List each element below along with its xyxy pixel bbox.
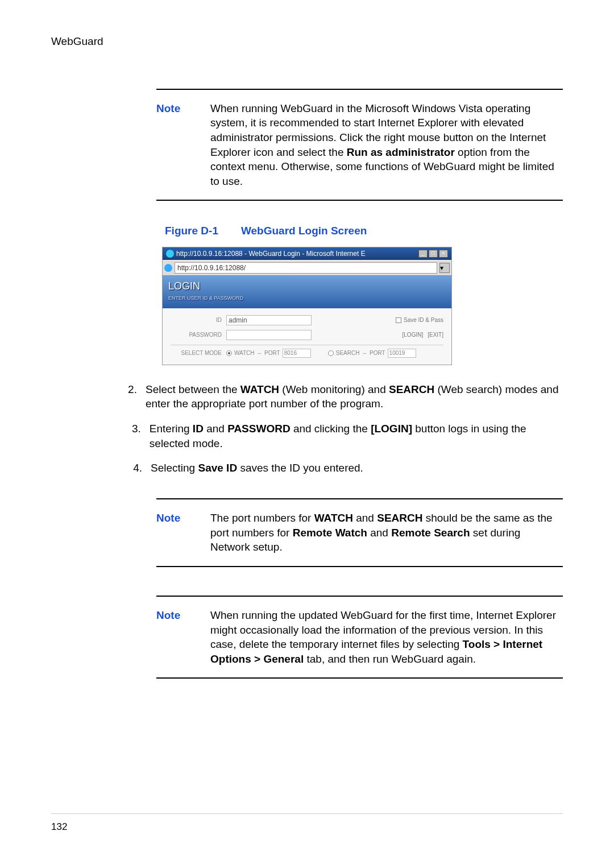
- search-port-label: PORT: [370, 349, 385, 357]
- exit-button[interactable]: [EXIT]: [428, 331, 443, 339]
- window-close-button[interactable]: ×: [439, 250, 448, 258]
- t: and: [367, 527, 391, 539]
- t: Selecting: [151, 462, 198, 474]
- note-body: The port numbers for WATCH and SEARCH sh…: [210, 511, 563, 555]
- note-body: When running WebGuard in the Microsoft W…: [210, 101, 563, 189]
- t: WATCH: [240, 383, 279, 395]
- section-header: WebGuard: [51, 34, 563, 49]
- note-block-cache: Note When running the updated WebGuard f…: [156, 596, 563, 679]
- password-label: PASSWORD: [171, 331, 222, 339]
- t: Save ID: [198, 462, 237, 474]
- address-bar: http://10.0.9.16:12088/ ▾: [163, 260, 451, 276]
- id-label: ID: [171, 316, 222, 324]
- password-input[interactable]: [226, 330, 312, 340]
- t: saves the ID you entered.: [237, 462, 363, 474]
- note-body: When running the updated WebGuard for th…: [210, 608, 563, 667]
- search-radio[interactable]: [328, 350, 334, 356]
- step-4: 4. Selecting Save ID saves the ID you en…: [128, 461, 563, 476]
- figure-id: Figure D-1: [165, 225, 218, 237]
- figure-caption: Figure D-1WebGuard Login Screen: [165, 224, 563, 238]
- step-2: 2. Select between the WATCH (Web monitor…: [128, 382, 563, 411]
- page-number: 132: [51, 821, 67, 834]
- search-mode-label: SEARCH: [336, 349, 360, 357]
- note-label: Note: [156, 511, 188, 555]
- window-titlebar: http://10.0.9.16:12088 - WebGuard Login …: [163, 247, 451, 260]
- login-subheading: ENTER USER ID & PASSWORD: [168, 295, 446, 301]
- t: and: [204, 423, 227, 435]
- window-title-text: http://10.0.9.16:12088 - WebGuard Login …: [176, 249, 366, 258]
- t: The port numbers for: [210, 512, 314, 524]
- note-block-ports: Note The port numbers for WATCH and SEAR…: [156, 498, 563, 567]
- watch-port-input[interactable]: 8016: [283, 349, 311, 358]
- window-maximize-button[interactable]: □: [429, 250, 438, 258]
- step-3: 3. Entering ID and PASSWORD and clicking…: [128, 421, 563, 450]
- login-screenshot: http://10.0.9.16:12088 - WebGuard Login …: [162, 247, 452, 365]
- t: tab, and then run WebGuard again.: [304, 653, 476, 665]
- save-id-label: Save ID & Pass: [404, 316, 443, 324]
- t: PASSWORD: [227, 423, 290, 435]
- t: Select between the: [146, 383, 240, 395]
- t: and: [353, 512, 377, 524]
- save-id-checkbox[interactable]: [396, 317, 401, 323]
- window-minimize-button[interactable]: _: [418, 250, 428, 258]
- t: Entering: [150, 423, 193, 435]
- t: and clicking the: [291, 423, 371, 435]
- login-button[interactable]: [LOGIN]: [403, 331, 424, 339]
- search-port-input[interactable]: 10019: [388, 349, 416, 358]
- t: WATCH: [314, 512, 353, 524]
- note-label: Note: [156, 608, 188, 667]
- t: SEARCH: [389, 383, 434, 395]
- note-block-vista: Note When running WebGuard in the Micros…: [156, 89, 563, 201]
- login-heading: LOGIN: [168, 280, 200, 292]
- t: SEARCH: [377, 512, 422, 524]
- id-input[interactable]: admin: [226, 315, 312, 325]
- t: Remote Search: [391, 527, 470, 539]
- login-banner: LOGIN ENTER USER ID & PASSWORD: [163, 276, 451, 308]
- ie-icon: [166, 250, 174, 258]
- watch-port-label: PORT: [264, 349, 280, 357]
- favicon-icon: [164, 264, 172, 272]
- watch-radio[interactable]: [226, 350, 232, 356]
- note1-bold: Run as administrator: [347, 146, 455, 158]
- t: ID: [193, 423, 204, 435]
- t: Remote Watch: [293, 527, 367, 539]
- select-mode-label: SELECT MODE: [171, 349, 222, 357]
- note-label: Note: [156, 101, 188, 189]
- go-button[interactable]: ▾: [439, 263, 450, 273]
- figure-title: WebGuard Login Screen: [241, 225, 367, 237]
- url-field[interactable]: http://10.0.9.16:12088/: [175, 262, 437, 274]
- t: [LOGIN]: [371, 423, 412, 435]
- watch-mode-label: WATCH: [234, 349, 255, 357]
- t: (Web monitoring) and: [279, 383, 389, 395]
- instruction-steps: 2. Select between the WATCH (Web monitor…: [128, 382, 563, 476]
